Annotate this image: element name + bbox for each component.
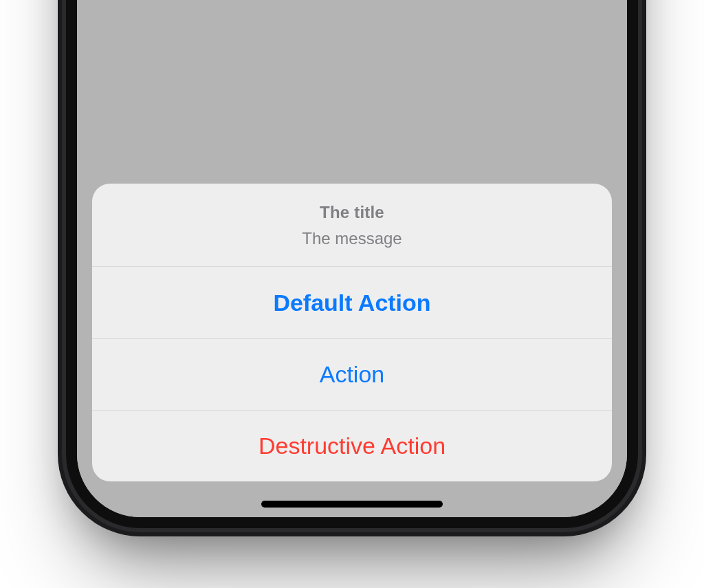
action-sheet-header: The title The message [92, 184, 612, 266]
action-label: Action [320, 361, 385, 388]
action-sheet-container: The title The message Default Action Act… [92, 184, 612, 481]
default-action-button[interactable]: Default Action [92, 267, 612, 338]
action-sheet-title: The title [106, 203, 598, 222]
destructive-action-label: Destructive Action [258, 433, 446, 459]
destructive-action-button[interactable]: Destructive Action [92, 410, 612, 481]
default-action-label: Default Action [273, 290, 430, 316]
action-button[interactable]: Action [92, 338, 612, 410]
stage: The title The message Default Action Act… [0, 0, 704, 588]
action-sheet: The title The message Default Action Act… [92, 184, 612, 481]
phone-frame: The title The message Default Action Act… [58, 0, 646, 536]
home-indicator[interactable] [261, 501, 443, 508]
action-sheet-message: The message [106, 229, 598, 248]
phone-screen: The title The message Default Action Act… [77, 0, 627, 517]
